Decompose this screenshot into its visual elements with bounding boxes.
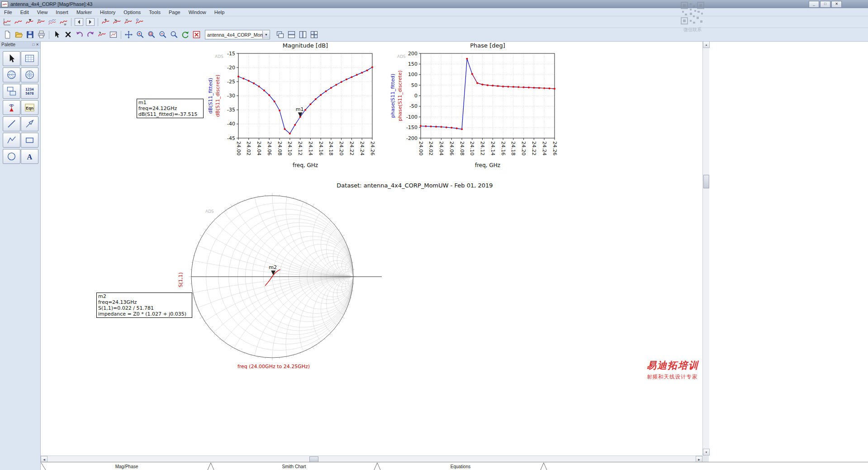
palette-close-icon[interactable]: ✕ bbox=[36, 43, 39, 47]
equation-button[interactable]: Eqn bbox=[21, 100, 38, 115]
win-tile-horizontal-button[interactable] bbox=[286, 30, 297, 40]
tab-smith-chart[interactable]: Smith Chart bbox=[214, 462, 374, 470]
scroll-down-button[interactable]: ▼ bbox=[703, 449, 710, 456]
list-plot-button[interactable]: 12345678 bbox=[21, 84, 38, 99]
svg-text:24.18: 24.18 bbox=[510, 141, 516, 156]
new-button[interactable] bbox=[2, 30, 13, 40]
menu-options[interactable]: Options bbox=[119, 9, 145, 15]
marker-format-button[interactable] bbox=[134, 17, 145, 27]
circle-tool-button[interactable] bbox=[3, 149, 20, 164]
trace-rect-button[interactable] bbox=[1, 17, 13, 27]
trace-sine-button[interactable] bbox=[13, 17, 24, 27]
svg-text:24.22: 24.22 bbox=[531, 141, 537, 156]
smith-chart-plot[interactable]: m2ADS bbox=[176, 190, 394, 376]
vertical-scrollbar[interactable]: ▲ ▼ bbox=[702, 41, 709, 456]
undo-button[interactable] bbox=[74, 30, 85, 40]
svg-text:24.24: 24.24 bbox=[541, 141, 547, 156]
trace-marker-button[interactable] bbox=[24, 17, 35, 27]
qr-code-icon bbox=[681, 2, 704, 24]
stacked-plot-button[interactable] bbox=[3, 84, 20, 99]
restore-button[interactable]: □ bbox=[820, 1, 830, 8]
tab-mag-phase[interactable]: Mag/Phase bbox=[46, 462, 207, 470]
tab-separator bbox=[374, 462, 381, 470]
menu-window[interactable]: Window bbox=[185, 9, 210, 15]
insert-plot-button[interactable] bbox=[108, 30, 119, 40]
menu-view[interactable]: View bbox=[33, 9, 52, 15]
minimize-button[interactable]: _ bbox=[809, 1, 819, 8]
refresh-button[interactable] bbox=[180, 30, 191, 40]
horizontal-scrollbar[interactable]: ◀ ▶ bbox=[41, 456, 702, 462]
text-tool-button[interactable]: A bbox=[21, 149, 38, 164]
dataset-title: Dataset: antenna_4x4_CORP_MomUW - Feb 01… bbox=[302, 182, 528, 189]
brand-title: 易迪拓培训 bbox=[647, 359, 699, 372]
svg-text:-200: -200 bbox=[406, 135, 417, 141]
trace-label-button[interactable]: m bbox=[35, 17, 47, 27]
trace-w-button[interactable]: w bbox=[58, 17, 69, 27]
palette-dock-icon[interactable]: □ bbox=[32, 43, 34, 47]
polyline-tool-button[interactable] bbox=[3, 133, 20, 148]
pointer-button[interactable] bbox=[51, 30, 62, 40]
svg-text:24.22: 24.22 bbox=[349, 141, 355, 156]
svg-text:-30: -30 bbox=[227, 93, 235, 99]
trace-multi-button[interactable] bbox=[47, 17, 58, 27]
redo-button[interactable] bbox=[85, 30, 96, 40]
phase-plot[interactable]: ADSPhase [deg]24.0024.0224.0424.0624.082… bbox=[388, 42, 567, 177]
pan-button[interactable] bbox=[123, 30, 134, 40]
close-button[interactable]: ✕ bbox=[831, 1, 842, 8]
page-prev-button[interactable] bbox=[73, 17, 85, 27]
marker-arrow-button[interactable] bbox=[111, 17, 123, 27]
zoom-area-button[interactable] bbox=[146, 30, 157, 40]
delete-button[interactable] bbox=[62, 30, 74, 40]
menu-history[interactable]: History bbox=[96, 9, 119, 15]
polar-plot-button[interactable] bbox=[21, 67, 38, 82]
zoom-in-button[interactable] bbox=[134, 30, 146, 40]
svg-text:24.06: 24.06 bbox=[449, 141, 455, 156]
win-tile-vertical-button[interactable] bbox=[297, 30, 308, 40]
open-button[interactable] bbox=[13, 30, 24, 40]
menu-edit[interactable]: Edit bbox=[16, 9, 33, 15]
svg-text:0: 0 bbox=[414, 93, 417, 99]
toolbar-separator bbox=[98, 18, 98, 26]
menu-insert[interactable]: Insert bbox=[52, 9, 72, 15]
tab-equations[interactable]: Equations bbox=[381, 462, 540, 470]
rectangular-plot-button[interactable] bbox=[21, 51, 38, 66]
svg-text:dB(S11_fitted): dB(S11_fitted) bbox=[208, 78, 213, 114]
magnitude-plot[interactable]: ADSMagnitude [dB]24.0024.0224.0424.0624.… bbox=[206, 42, 384, 177]
menu-marker[interactable]: Marker bbox=[72, 9, 96, 15]
save-button[interactable] bbox=[24, 30, 36, 40]
svg-text:ADS: ADS bbox=[205, 209, 214, 214]
vertical-scroll-thumb[interactable] bbox=[703, 175, 709, 188]
svg-text:24.10: 24.10 bbox=[287, 141, 293, 156]
toolbar-separator bbox=[71, 18, 71, 26]
marker-m2-info-box[interactable]: m2 freq=24.13GHz S(1,1)=0.022 / 51.781 i… bbox=[96, 293, 192, 318]
svg-text:ADS: ADS bbox=[215, 54, 223, 59]
close-window-button[interactable] bbox=[191, 30, 202, 40]
smith-chart-button[interactable] bbox=[3, 67, 20, 82]
marker-m1-value: dB(S11_fitted)=-37.515 bbox=[138, 111, 202, 117]
line-tool-button[interactable] bbox=[3, 116, 20, 131]
app-icon bbox=[1, 1, 8, 7]
arrow-tool-button[interactable] bbox=[21, 116, 38, 131]
win-grid-button[interactable] bbox=[308, 30, 320, 40]
print-button[interactable] bbox=[36, 30, 47, 40]
antenna-plot-button[interactable] bbox=[3, 100, 20, 115]
marker-m2-value: S(1,1)=0.022 / 51.781 bbox=[98, 305, 190, 311]
marker-add-button[interactable] bbox=[100, 17, 111, 27]
win-cascade-button[interactable] bbox=[275, 30, 286, 40]
marker-m1-info-box[interactable]: m1 freq=24.12GHz dB(S11_fitted)=-37.515 bbox=[137, 99, 204, 118]
scroll-up-button[interactable]: ▲ bbox=[703, 41, 710, 48]
dataset-select[interactable]: antenna_4x4_CORP_MomUW ▼ bbox=[205, 30, 270, 39]
menu-file[interactable]: File bbox=[0, 9, 16, 15]
menu-page[interactable]: Page bbox=[165, 9, 185, 15]
rectangle-tool-button[interactable] bbox=[21, 133, 38, 148]
page-next-button[interactable] bbox=[85, 17, 96, 27]
menu-help[interactable]: Help bbox=[210, 9, 229, 15]
svg-text:100: 100 bbox=[408, 72, 417, 77]
menu-tools[interactable]: Tools bbox=[145, 9, 165, 15]
zoom-out-button[interactable] bbox=[157, 30, 168, 40]
zoom-full-button[interactable] bbox=[168, 30, 180, 40]
insert-trace-button[interactable] bbox=[96, 30, 108, 40]
marker-delete-button[interactable] bbox=[123, 17, 134, 27]
chevron-down-icon[interactable]: ▼ bbox=[262, 31, 270, 38]
select-pointer-button[interactable] bbox=[3, 51, 20, 66]
